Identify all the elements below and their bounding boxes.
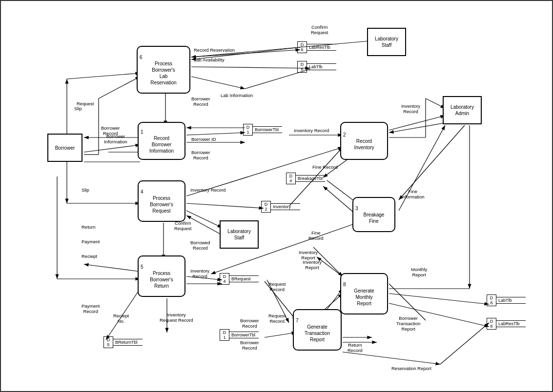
- datastore-borrowertbl: D1 BorrowerTbl: [243, 124, 282, 136]
- lab-staff-mid-entity: LaboratoryStaff: [220, 220, 259, 249]
- process-5: 5 ProcessBorrower'sReturn: [138, 255, 185, 297]
- svg-line-37: [440, 323, 489, 364]
- borrower-entity: Borrower: [47, 134, 82, 162]
- label-inventory-record-2: Inventory Record: [190, 187, 225, 193]
- label-return-record: ReturnRecord: [348, 342, 363, 353]
- label-inventory-record-3: InventoryReport: [299, 250, 318, 260]
- svg-line-50: [426, 98, 445, 108]
- label-lab-info: Lab Information: [221, 93, 253, 98]
- svg-line-19: [265, 333, 296, 337]
- svg-line-29: [191, 67, 310, 68]
- datastore-labrestlb-top: D6 LabResTlb: [297, 41, 336, 53]
- svg-line-36: [343, 352, 440, 364]
- datastore-brequest: D4 BRequest: [220, 273, 259, 285]
- diagram-container: Borrower LaboratoryStaff LaboratoryAdmin…: [0, 0, 553, 392]
- svg-line-39: [84, 264, 140, 272]
- lab-staff-top-entity: LaboratoryStaff: [367, 28, 406, 56]
- lab-admin-entity: LaboratoryAdmin: [443, 96, 482, 124]
- label-request: Request: [77, 101, 94, 106]
- process-6: 6 ProcessBorrower'sLabReservation: [137, 46, 190, 94]
- label-borrower-record-4: BorrowerRecord: [240, 318, 259, 329]
- datastore-labtlb-bot: D6 LabTlb: [487, 294, 526, 306]
- label-borrower-record-2: BorrowerRecord: [191, 96, 210, 107]
- svg-line-33: [191, 77, 245, 89]
- label-payment-record: PaymentRecord: [82, 303, 100, 314]
- label-borrower-transaction-report: BorrowerTransactionReport: [396, 315, 420, 332]
- label-payment: Payment: [82, 239, 100, 244]
- process-7: 7 GenerateTransactionReport: [293, 309, 342, 351]
- label-inventory-record-4: InventoryRecord: [190, 268, 209, 279]
- svg-line-12: [186, 203, 264, 208]
- label-confirm-request-mid: ConfirmRequest: [174, 220, 191, 231]
- label-borrowed-record: BorrowedRecord: [190, 240, 210, 251]
- label-reciept: Reciept: [82, 254, 97, 259]
- label-inventory-record-1: Inventory Record: [294, 128, 329, 133]
- label-inventory-record-top: InventoryRecord: [401, 103, 420, 114]
- label-return: Return: [82, 224, 96, 230]
- label-inventory-report: InventoryReport: [303, 259, 322, 270]
- process-3: 3 BreakageFine: [352, 197, 395, 232]
- arrows-svg: [1, 1, 553, 392]
- process-2: 2 RecordInventory: [340, 122, 388, 160]
- datastore-borrowertbl2: D1 BorrowerTbl: [220, 329, 259, 341]
- label-fine-info: FineInformation: [401, 189, 425, 199]
- label-lab-availability: Lab Availability: [194, 57, 225, 62]
- process-1: 1 RecordBorrowerInformation: [138, 122, 185, 160]
- label-borrower-record-5: BorrowerRecord: [240, 340, 259, 351]
- datastore-breturn: D5 BReturnTbl: [103, 336, 143, 348]
- label-slip-mid: Slip: [82, 187, 89, 193]
- svg-line-10: [186, 133, 245, 135]
- svg-line-3: [84, 145, 140, 152]
- datastore-breakagetbl: D# BreakageTbl: [286, 173, 325, 184]
- process-8: 8 GenerateMonthlyReport: [340, 273, 388, 314]
- label-fine-record-1: Fine Record: [312, 164, 338, 170]
- datastore-labtlb-top: D6 LabTlb: [297, 61, 336, 73]
- label-request-record-2: RequestRecord: [268, 313, 286, 324]
- label-borrower-id: Borrower ID: [191, 137, 216, 142]
- label-reservation-report: Reservation Report: [391, 366, 431, 371]
- label-request-record-1: RequestRecord: [268, 281, 286, 292]
- label-borrower-record-1: BorrowerRecord: [101, 125, 120, 136]
- datastore-labrestlb-bot: D6 LabResTlb: [487, 318, 526, 330]
- label-record-reservation: Record Reservation: [194, 47, 235, 53]
- label-fine-record-2: FineRecord: [308, 230, 324, 241]
- datastore-inventory: D2 Inventory: [261, 201, 300, 213]
- label-monthly-report: MonthlyReport: [411, 267, 427, 277]
- process-4: 4 ProcessBorrower'sRequest: [138, 180, 185, 222]
- svg-line-2: [67, 73, 140, 79]
- label-confirm-request-top: ConfirmRequest: [311, 24, 328, 35]
- svg-line-44: [99, 77, 140, 98]
- label-slip-top: Slip: [74, 106, 82, 111]
- svg-line-38: [389, 284, 426, 320]
- label-reciept-no: RecieptNo.: [113, 313, 129, 324]
- label-borrower-record-3: BorrowerRecord: [191, 150, 210, 160]
- label-inventory-request-record: InventoryRequest Record: [160, 312, 193, 323]
